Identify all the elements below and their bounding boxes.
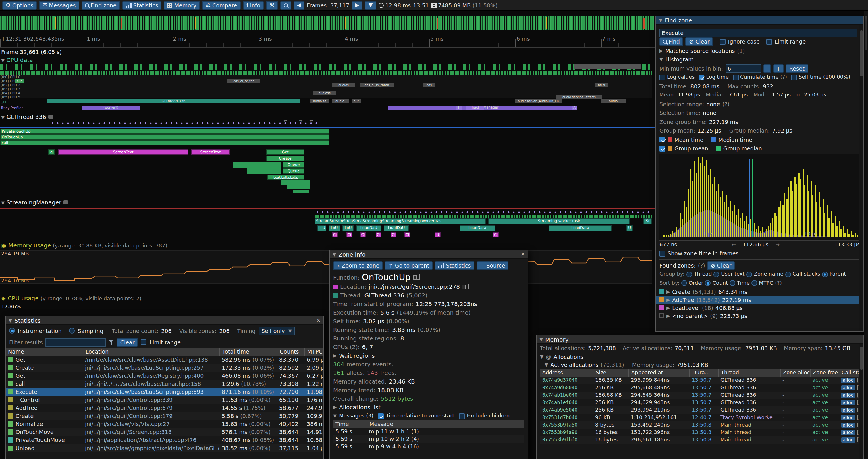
bin-decrease-button[interactable]: -: [763, 64, 771, 73]
allocation-row[interactable]: 0x74ab1ef040256 KB294,629,948ns13:50.7GL…: [540, 399, 860, 406]
message-row[interactable]: 5.59 smip 11 w 1 h 1 (1): [333, 428, 525, 435]
help-icon[interactable]: (?): [775, 279, 782, 288]
find-zone-titlebar[interactable]: ▼ Find zone: [656, 16, 863, 25]
allocation-row[interactable]: 0x74ab1be040186.68 KB294,645,364ns13:50.…: [540, 391, 860, 399]
alloc-callstack-button[interactable]: alloc: [841, 415, 855, 420]
zoom-to-zone-button[interactable]: ⌁Zoom to zone: [333, 261, 383, 270]
found-zone-group[interactable]: ▶ <no parent> (9) 225.73 µs: [656, 312, 863, 320]
copy-icon[interactable]: [462, 285, 466, 289]
group-thread-radio[interactable]: [686, 271, 692, 277]
find-button[interactable]: Find: [659, 38, 683, 46]
histogram-toggle[interactable]: ▼Histogram: [656, 55, 863, 64]
cpu-zone[interactable]: TracI: [466, 106, 484, 110]
matched-locations-toggle[interactable]: ▶Matched source locations(1): [656, 46, 863, 55]
zone-mark[interactable]: Cl: [493, 232, 499, 237]
zone-loaddata[interactable]: LoU: [329, 225, 340, 231]
time-relative-checkbox[interactable]: [378, 413, 384, 419]
zone-loaddata[interactable]: LoU: [342, 225, 354, 231]
message-row[interactable]: 5.59 smip 10 w 2 h 2 (4): [333, 435, 525, 442]
memory-plot-header[interactable]: ▦ Memory usage (y-range: 30.88 KB, visib…: [1, 242, 167, 249]
cumulate-time-checkbox[interactable]: [733, 75, 739, 80]
table-row[interactable]: Get/mnt/e/claw/src/claw/base/AssetDict.h…: [6, 356, 323, 364]
table-row[interactable]: AddTreejni/../jni/src/guif/Control.cpp:6…: [6, 404, 323, 412]
cpu-data-section-header[interactable]: ▼ CPU data: [1, 57, 33, 63]
instrumentation-radio[interactable]: [9, 328, 15, 333]
cpu-zone[interactable]: cds: [423, 83, 435, 87]
table-row[interactable]: Unloadjni/../jni/src/claw/graphics/pixel…: [6, 445, 323, 452]
messages-button[interactable]: ✉Messages: [39, 1, 79, 9]
zone-micro-cluster[interactable]: LoaULoiUpLoUp: [267, 174, 305, 180]
close-icon[interactable]: ✕: [316, 318, 320, 323]
zone-loaddata[interactable]: LcU: [317, 225, 326, 231]
column-message[interactable]: Message: [367, 420, 525, 428]
column-address[interactable]: Address: [540, 369, 593, 376]
cpu-zone[interactable]: audio.: [332, 99, 349, 103]
log-values-checkbox[interactable]: [659, 75, 665, 80]
zone-screentext[interactable]: ScreenText: [58, 149, 188, 155]
table-row[interactable]: Createjni/../jni/src/guif/Control.cpp:17…: [6, 412, 323, 420]
cpu-zone[interactable]: audioserver (AudioOut_D): [515, 99, 562, 103]
zone-ontouchup[interactable]: OnTouchUp: [0, 134, 329, 139]
info-button[interactable]: ℹInfo: [243, 1, 264, 9]
filter-input[interactable]: [46, 338, 106, 347]
min-bin-input[interactable]: [725, 64, 761, 73]
zone-loaddata[interactable]: U: [626, 225, 633, 231]
scrollbar-thumb[interactable]: [860, 347, 863, 370]
found-zone-group-selected[interactable]: ▶ AddTree (18,542) 227.19 ms: [656, 296, 863, 304]
zone-queue[interactable]: Queue: [283, 168, 305, 174]
table-row[interactable]: PrivateTouchMovejni/../jni/application/A…: [6, 436, 323, 445]
timing-select[interactable]: Self only▼: [258, 326, 295, 335]
cpu-zone[interactable]: audio.service (effect): [556, 95, 602, 99]
frame-dropdown-button[interactable]: ▼: [365, 1, 376, 9]
zone-privatetouchup[interactable]: PrivateTouchUp: [0, 129, 329, 134]
statistics-titlebar[interactable]: ▼ Statistics ✕: [6, 316, 323, 325]
find-zone-histogram[interactable]: 1 µs 10 µs: [659, 154, 861, 240]
wait-regions-toggle[interactable]: ▶Wait regions: [330, 351, 528, 360]
zone-mark[interactable]: Ci: [332, 232, 338, 237]
column-appeared[interactable]: Appeared at: [628, 369, 689, 376]
group-parent-radio[interactable]: [822, 271, 828, 277]
column-location[interactable]: Location: [83, 348, 219, 356]
help-icon[interactable]: (?): [698, 261, 705, 270]
alloc-callstack-button[interactable]: alloc: [841, 378, 855, 383]
alloc-callstack-button[interactable]: alloc: [841, 422, 855, 427]
memory-plot[interactable]: 294.19 MB 294.16 MB: [0, 250, 652, 284]
zone-cluster[interactable]: [293, 190, 309, 194]
zone-streaming-task[interactable]: St: [643, 218, 652, 225]
filter-clear-button[interactable]: Clear: [117, 338, 138, 347]
find-zone-search-input[interactable]: [659, 29, 857, 37]
zone-mark[interactable]: Ci: [376, 232, 381, 237]
limit-range-checkbox[interactable]: [141, 339, 147, 345]
next-frame-button[interactable]: ▶: [351, 1, 363, 9]
self-time-checkbox[interactable]: [791, 75, 797, 80]
cpu-zone[interactable]: A: [571, 106, 577, 110]
column-call-stack[interactable]: Call stack: [839, 369, 860, 376]
group-usertext-radio[interactable]: [713, 271, 719, 277]
zone-statistics-button[interactable]: Statistics: [435, 261, 474, 270]
found-zone-group[interactable]: ▶ LoadLevel (18) 406.88 µs: [656, 304, 863, 312]
found-zone-group[interactable]: ▶ Create (54,131) 643.34 ms: [656, 288, 863, 296]
alloc-callstack-button[interactable]: alloc: [841, 437, 855, 442]
allocations-list-toggle[interactable]: ▶Allocations list: [330, 403, 528, 412]
cpu-zone[interactable]: audio.se: [310, 99, 329, 103]
column-duration[interactable]: Dura...: [689, 369, 718, 376]
marker-triangle[interactable]: ▽: [284, 120, 287, 124]
column-time[interactable]: Time: [333, 420, 367, 428]
sort-mtpc-radio[interactable]: [751, 281, 757, 286]
column-total-time[interactable]: Total time: [219, 348, 277, 356]
table-row[interactable]: Normalizejni/../jni/src/claw/vfs/Vfs.cpp…: [6, 420, 323, 428]
sort-time-radio[interactable]: [730, 281, 735, 286]
memory-titlebar[interactable]: ▼ Memory: [536, 335, 863, 344]
help-icon[interactable]: (?): [722, 100, 730, 108]
table-row[interactable]: ~Controljni/../jni/src/guif/Control.cpp:…: [6, 396, 323, 404]
allocation-row[interactable]: 0x74a9d68040256 KB295,668,489ns13:50.7GL…: [540, 384, 860, 391]
close-icon[interactable]: ✕: [521, 252, 525, 257]
copy-icon[interactable]: [413, 275, 417, 280]
zone-loaddata[interactable]: LoadDaU: [384, 225, 409, 231]
alloc-callstack-button[interactable]: alloc: [841, 430, 855, 435]
zone-mark[interactable]: U: [435, 232, 441, 237]
allocations-section-toggle[interactable]: ▼ @ Allocations: [536, 353, 863, 361]
zoom-search-button[interactable]: [280, 1, 291, 9]
table-row[interactable]: OnTouchMovejni/../jni/src/guif/Screen.cp…: [6, 428, 323, 436]
limit-range-checkbox[interactable]: [767, 39, 772, 45]
